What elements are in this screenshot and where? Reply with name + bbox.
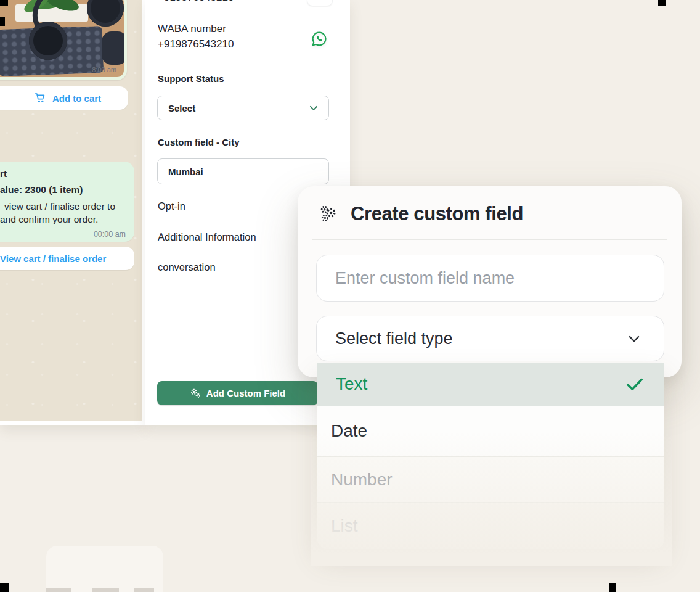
page: 8:00 am Add to cart rt alue: 2300 (1 ite… bbox=[0, 0, 700, 592]
cart-summary-value: alue: 2300 (1 item) bbox=[0, 183, 127, 196]
support-status-label: Support Status bbox=[158, 73, 224, 84]
message-timestamp: 00:00 am bbox=[0, 228, 127, 241]
view-cart-link[interactable]: View cart / finalise order bbox=[0, 253, 106, 264]
divider bbox=[312, 239, 667, 240]
cart-summary-text-line: view cart / finalise order to bbox=[0, 200, 127, 213]
cart-icon bbox=[35, 92, 47, 104]
cart-summary-message: rt alue: 2300 (1 item) view cart / final… bbox=[0, 162, 134, 242]
support-status-value: Select bbox=[168, 103, 195, 113]
cart-summary-title: rt bbox=[0, 167, 127, 180]
add-custom-field-button[interactable]: Add Custom Field bbox=[157, 381, 318, 405]
field-type-option-list[interactable]: List bbox=[317, 502, 664, 549]
add-to-cart-button[interactable]: Add to cart bbox=[0, 86, 128, 110]
chat-wallpaper: 8:00 am Add to cart rt alue: 2300 (1 ite… bbox=[0, 0, 142, 421]
field-type-dropdown: Text Date Number List bbox=[317, 363, 664, 549]
additional-information-link[interactable]: Additional Information bbox=[158, 231, 256, 243]
support-status-select[interactable]: Select bbox=[157, 96, 329, 120]
custom-field-city-label: Custom field - City bbox=[158, 137, 240, 147]
opt-in-link[interactable]: Opt-in bbox=[158, 200, 185, 212]
product-photo-headphones bbox=[29, 22, 67, 60]
custom-field-city-value: Mumbai bbox=[168, 166, 203, 177]
cart-summary-text-line: and confirm your order. bbox=[0, 213, 127, 226]
message-timestamp: 8:00 am bbox=[92, 66, 116, 73]
field-type-select[interactable]: Select field type bbox=[316, 316, 664, 361]
add-to-cart-label: Add to cart bbox=[52, 93, 101, 104]
chevron-down-icon bbox=[307, 102, 320, 114]
gears-icon bbox=[190, 388, 201, 399]
waba-number-label: WABA number bbox=[158, 23, 226, 35]
option-label: List bbox=[331, 516, 358, 536]
custom-field-city-input[interactable]: Mumbai bbox=[157, 158, 329, 184]
option-label: Date bbox=[331, 421, 367, 441]
artifact bbox=[609, 583, 616, 592]
contact-phone-cut: +919876543210 bbox=[158, 0, 234, 4]
option-label: Number bbox=[331, 470, 393, 490]
modal-title: Create custom field bbox=[351, 203, 523, 225]
whatsapp-icon bbox=[310, 30, 328, 48]
custom-field-name-field bbox=[316, 255, 664, 302]
add-custom-field-label: Add Custom Field bbox=[206, 388, 285, 398]
conversation-link[interactable]: conversation bbox=[158, 261, 216, 273]
artifact bbox=[0, 583, 9, 592]
artifact bbox=[0, 0, 8, 6]
ghost-bar bbox=[92, 588, 119, 592]
chevron-down-icon bbox=[625, 330, 643, 347]
product-photo-mouse bbox=[102, 31, 127, 65]
whatsapp-action-button[interactable] bbox=[309, 29, 329, 49]
chat-panel: 8:00 am Add to cart rt alue: 2300 (1 ite… bbox=[0, 0, 145, 426]
product-image-message: 8:00 am bbox=[0, 0, 127, 80]
option-label: Text bbox=[336, 374, 367, 394]
field-type-option-date[interactable]: Date bbox=[317, 406, 664, 456]
field-type-option-number[interactable]: Number bbox=[317, 456, 664, 502]
view-cart-link-message[interactable]: View cart / finalise order bbox=[0, 247, 134, 270]
waba-number-value: +919876543210 bbox=[158, 38, 234, 51]
artifact bbox=[0, 17, 5, 26]
field-type-option-text[interactable]: Text bbox=[317, 363, 664, 406]
ghost-bar bbox=[46, 588, 71, 592]
ghost-bar bbox=[134, 588, 154, 592]
custom-field-name-input[interactable] bbox=[317, 255, 664, 301]
copy-button-cut[interactable] bbox=[307, 0, 333, 6]
create-custom-field-modal: Create custom field Select field type bbox=[298, 186, 682, 377]
product-photo-headphones bbox=[87, 0, 124, 27]
modal-header: Create custom field bbox=[318, 203, 523, 225]
ghost-card bbox=[46, 546, 163, 592]
check-icon bbox=[624, 373, 646, 395]
field-type-placeholder: Select field type bbox=[335, 329, 453, 348]
artifact bbox=[658, 0, 666, 6]
gears-icon bbox=[318, 204, 338, 224]
